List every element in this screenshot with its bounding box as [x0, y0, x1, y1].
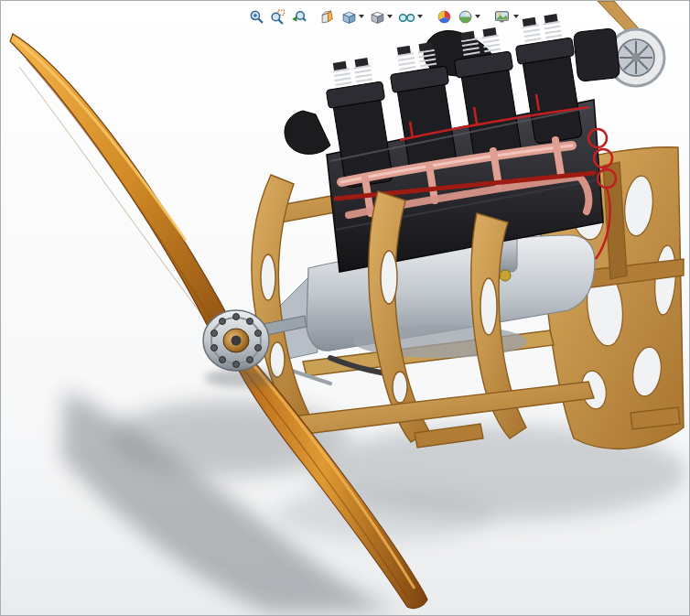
edit-appearance-button[interactable] [434, 6, 455, 27]
toolbar-group-zoom [246, 6, 309, 27]
display-style-button[interactable] [367, 6, 395, 27]
apply-scene-button[interactable] [455, 6, 483, 27]
graphics-viewport[interactable] [1, 1, 689, 615]
dropdown-arrow-icon [475, 15, 480, 18]
view-orientation-icon [341, 9, 357, 25]
cad-graphics-window [0, 0, 690, 616]
hide-show-items-icon [398, 9, 415, 25]
toolbar-group-appearance [434, 6, 483, 27]
zoom-to-fit-icon [249, 9, 264, 25]
dropdown-arrow-icon [417, 15, 423, 18]
previous-view-icon [291, 9, 307, 25]
dropdown-arrow-icon [387, 15, 393, 18]
zoom-to-fit-button[interactable] [246, 6, 267, 27]
zoom-to-area-icon [270, 9, 286, 25]
section-view-button[interactable] [318, 6, 339, 27]
dropdown-arrow-icon [359, 15, 364, 18]
toolbar-group-settings [491, 6, 522, 27]
view-orientation-button[interactable] [339, 6, 367, 27]
view-settings-button[interactable] [491, 6, 522, 27]
zoom-to-area-button[interactable] [267, 6, 288, 27]
section-view-icon [320, 9, 336, 25]
hub-contact-shadow [204, 369, 277, 387]
hide-show-items-button[interactable] [395, 6, 426, 27]
toolbar-group-view [318, 6, 426, 27]
propeller-hub[interactable] [203, 310, 269, 371]
display-style-icon [370, 9, 385, 25]
previous-view-button[interactable] [288, 6, 309, 27]
heads-up-view-toolbar [246, 5, 530, 27]
apply-scene-icon [458, 9, 473, 25]
view-settings-icon [494, 9, 512, 25]
dropdown-arrow-icon [513, 15, 519, 18]
edit-appearance-icon [437, 9, 452, 25]
